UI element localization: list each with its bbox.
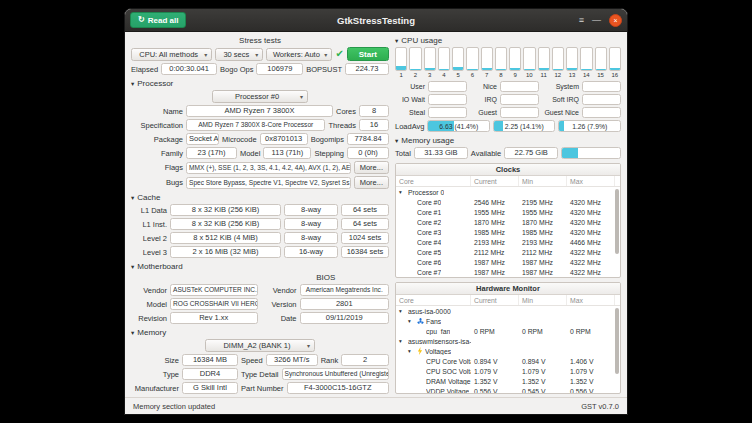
bogo-ops-value[interactable]: 106979: [256, 63, 303, 75]
hwmon-row[interactable]: ▾Voltages: [396, 346, 615, 356]
clock-row[interactable]: Core #52112 MHz2112 MHz4322 MHz: [396, 247, 615, 257]
clocks-current-header[interactable]: Current: [471, 176, 519, 186]
cache-sets-value[interactable]: 16384 sets: [341, 246, 389, 258]
dimm-selector[interactable]: DIMM_A2 (BANK 1) ▾: [205, 339, 315, 352]
clocks-max-header[interactable]: Max: [567, 176, 615, 186]
hwmon-current-header[interactable]: Current: [471, 295, 519, 305]
clock-row[interactable]: Core #02546 MHz2195 MHz4320 MHz: [396, 197, 615, 207]
clock-row[interactable]: Core #42193 MHz2193 MHz4466 MHz: [396, 237, 615, 247]
expander-icon[interactable]: ▾: [408, 318, 415, 324]
cpu-stat-value[interactable]: [582, 94, 621, 105]
expander-icon[interactable]: ▾: [399, 189, 406, 195]
mem-rank-value[interactable]: 2: [341, 354, 389, 366]
stepping-value[interactable]: 0 (0h): [347, 147, 389, 159]
cache-ways-value[interactable]: 8-way: [284, 232, 338, 244]
family-value[interactable]: 23 (17h): [186, 147, 237, 159]
cores-value[interactable]: 8: [359, 105, 389, 117]
expander-icon[interactable]: ▾: [399, 338, 406, 344]
mem-manufacturer-value[interactable]: G Skill Intl: [182, 382, 238, 394]
bios-date-value[interactable]: 09/11/2019: [300, 312, 390, 324]
cache-size-value[interactable]: 8 x 32 KiB (256 KiB): [170, 204, 281, 216]
cpu-stat-value[interactable]: [582, 107, 621, 118]
start-button[interactable]: Start: [347, 47, 389, 61]
hwmon-row[interactable]: DRAM Voltage1.352 V1.352 V1.352 V: [396, 376, 615, 386]
cpu-stat-value[interactable]: [582, 81, 621, 92]
cache-size-value[interactable]: 2 x 16 MiB (32 MiB): [170, 246, 281, 258]
hwmon-row[interactable]: cpu_fan0 RPM0 RPM0 RPM: [396, 326, 615, 336]
stress-workers-select[interactable]: Workers: Auto ▾: [266, 48, 332, 61]
close-button[interactable]: ×: [609, 14, 622, 27]
hwmon-row[interactable]: CPU SOC Voltage1.079 V1.079 V1.079 V: [396, 366, 615, 376]
cpu-stat-value[interactable]: [428, 94, 467, 105]
bogomips-value[interactable]: 7784.84: [347, 133, 389, 145]
cache-sets-value[interactable]: 64 sets: [341, 204, 389, 216]
cache-ways-value[interactable]: 8-way: [284, 218, 338, 230]
cpu-stat-value[interactable]: [428, 107, 467, 118]
package-value[interactable]: Socket AM4: [186, 133, 219, 145]
mb-model-value[interactable]: ROG CROSSHAIR VII HERO: [170, 298, 258, 310]
bopsust-value[interactable]: 224.73: [345, 63, 389, 75]
processor-selector[interactable]: Processor #0 ▾: [212, 90, 308, 103]
expander-icon[interactable]: ▾: [399, 308, 406, 314]
clock-row[interactable]: Core #21870 MHz1870 MHz4320 MHz: [396, 217, 615, 227]
hwmon-row[interactable]: ▾asus-isa-0000: [396, 306, 615, 316]
cpu-usage-expander[interactable]: ▾ CPU usage: [395, 36, 621, 45]
mem-size-value[interactable]: 16384 MB: [182, 354, 238, 366]
clock-row[interactable]: Core #11955 MHz1955 MHz4320 MHz: [396, 207, 615, 217]
bugs-value[interactable]: Spec Store Bypass, Spectre V1, Spectre V…: [186, 177, 351, 189]
mem-type-detail-value[interactable]: Synchronous Unbuffered (Unregistered): [282, 368, 389, 380]
clock-row[interactable]: ▾Processor 0: [396, 187, 615, 197]
expander-icon[interactable]: ▾: [408, 348, 415, 354]
specification-value[interactable]: AMD Ryzen 7 3800X 8-Core Processor: [186, 119, 325, 131]
cache-size-value[interactable]: 8 x 512 KiB (4 MiB): [170, 232, 281, 244]
mem-speed-value[interactable]: 3266 MT/s: [266, 354, 318, 366]
mb-vendor-value[interactable]: ASUSTeK COMPUTER INC.: [170, 284, 258, 296]
hwmon-scrollbar[interactable]: [615, 308, 619, 391]
mb-revision-value[interactable]: Rev 1.xx: [170, 312, 258, 324]
mem-available-value[interactable]: 22.75 GiB: [504, 147, 558, 159]
hwmon-scroll-thumb[interactable]: [615, 308, 619, 374]
clock-row[interactable]: Core #71987 MHz1987 MHz4322 MHz: [396, 267, 615, 277]
cache-sets-value[interactable]: 64 sets: [341, 218, 389, 230]
clocks-min-header[interactable]: Min: [519, 176, 567, 186]
cpu-stat-value[interactable]: [500, 94, 539, 105]
cache-size-value[interactable]: 8 x 32 KiB (256 KiB): [170, 218, 281, 230]
flags-more-button[interactable]: More...: [354, 161, 389, 174]
cpu-name-value[interactable]: AMD Ryzen 7 3800X: [186, 105, 333, 117]
bios-vendor-value[interactable]: American Megatrends Inc.: [300, 284, 390, 296]
hwmon-core-header[interactable]: Core: [396, 295, 471, 305]
cache-expander[interactable]: ▾ Cache: [131, 193, 389, 202]
stress-duration-select[interactable]: 30 secs ▾: [215, 48, 263, 61]
flags-value[interactable]: MMX (+), SSE (1, 2, 3, 3S, 4.1, 4.2, 4A)…: [186, 162, 351, 174]
memory-usage-expander[interactable]: ▾ Memory usage: [395, 136, 621, 145]
hwmon-row[interactable]: ▾asuswmisensors-isa-0000: [396, 336, 615, 346]
menu-icon[interactable]: ≡: [579, 16, 584, 25]
hwmon-row[interactable]: CPU Core Voltage0.894 V0.894 V1.406 V: [396, 356, 615, 366]
hwmon-min-header[interactable]: Min: [519, 295, 567, 305]
cpu-stat-value[interactable]: [500, 81, 539, 92]
memory-expander[interactable]: ▾ Memory: [131, 328, 389, 337]
hwmon-row[interactable]: ▾Fans: [396, 316, 615, 326]
hwmon-row[interactable]: VDDP Voltage0.556 V0.545 V0.556 V: [396, 386, 615, 393]
clocks-core-header[interactable]: Core: [396, 176, 471, 186]
bios-version-value[interactable]: 2801: [300, 298, 390, 310]
microcode-value[interactable]: 0x8701013: [260, 133, 308, 145]
threads-value[interactable]: 16: [359, 119, 389, 131]
clock-row[interactable]: Core #31985 MHz1985 MHz4320 MHz: [396, 227, 615, 237]
processor-expander[interactable]: ▾ Processor: [131, 79, 389, 88]
cache-ways-value[interactable]: 16-way: [284, 246, 338, 258]
motherboard-expander[interactable]: ▾ Motherboard: [131, 262, 389, 271]
cache-sets-value[interactable]: 1024 sets: [341, 232, 389, 244]
hwmon-max-header[interactable]: Max: [567, 295, 615, 305]
stress-method-select[interactable]: CPU: All methods ▾: [131, 48, 212, 61]
cache-ways-value[interactable]: 8-way: [284, 204, 338, 216]
minimize-icon[interactable]: —: [592, 16, 601, 25]
cpu-stat-value[interactable]: [428, 81, 467, 92]
clock-row[interactable]: Core #61987 MHz1987 MHz4322 MHz: [396, 257, 615, 267]
elapsed-value[interactable]: 0:00:30.041: [161, 63, 217, 75]
mem-total-value[interactable]: 31.33 GiB: [414, 147, 468, 159]
clocks-scrollbar[interactable]: [615, 189, 619, 275]
clocks-scroll-thumb[interactable]: [615, 189, 619, 254]
cpu-stat-value[interactable]: [500, 107, 539, 118]
mem-type-value[interactable]: DDR4: [182, 368, 238, 380]
